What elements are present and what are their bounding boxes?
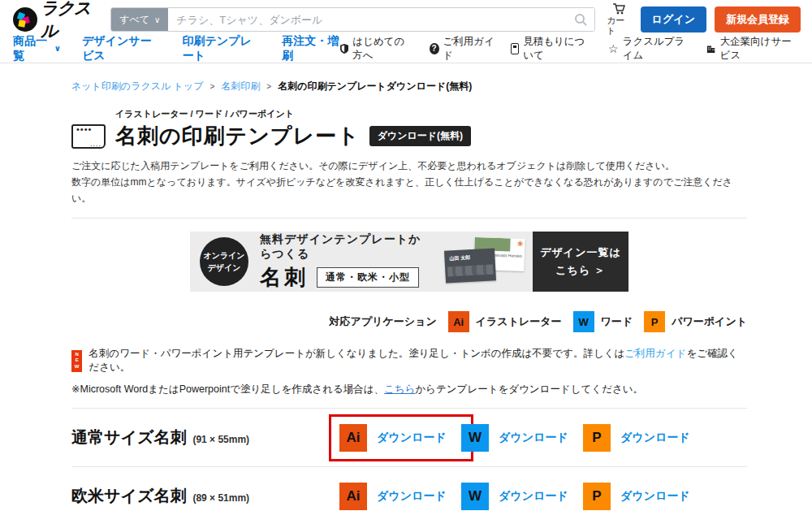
nav-item-enterprise[interactable]: 大企業向けサービス bbox=[706, 35, 799, 63]
nav-item-estimate[interactable]: 見積もりについて bbox=[511, 35, 594, 63]
word-icon: W bbox=[461, 424, 489, 452]
question-icon: ? bbox=[430, 43, 439, 54]
business-card-icon bbox=[71, 124, 106, 149]
nav-item-reorder[interactable]: 再注文・増刷 bbox=[282, 34, 340, 63]
sample-card-dark: 山田 太郎 bbox=[444, 249, 496, 284]
download-ppt-normal[interactable]: P ダウンロード bbox=[583, 424, 705, 452]
search-icon bbox=[574, 13, 587, 26]
search-category-dropdown[interactable]: すべて ∨ bbox=[111, 8, 168, 31]
breadcrumb: ネット印刷のラクスル トップ > 名刺印刷 > 名刺の印刷テンプレートダウンロー… bbox=[71, 80, 747, 93]
nav-left: 商品一覧 ∨ デザインサービス 印刷テンプレート 再注文・増刷 bbox=[13, 34, 340, 63]
search-input[interactable] bbox=[168, 8, 567, 31]
new-badge: N E W bbox=[71, 350, 82, 372]
nav-item-beginners[interactable]: はじめての方へ bbox=[340, 35, 415, 63]
download-word-normal[interactable]: W ダウンロード bbox=[461, 424, 583, 452]
nav-item-prime[interactable]: ☆ ラクスルプライム bbox=[608, 35, 692, 63]
nav-item-design-service[interactable]: デザインサービス bbox=[82, 34, 161, 63]
download-free-badge: ダウンロード(無料) bbox=[369, 126, 471, 146]
row-size: (91 × 55mm) bbox=[192, 434, 249, 445]
online-design-badge: オンライン デザイン bbox=[200, 237, 248, 286]
cart-button[interactable]: カート bbox=[607, 2, 633, 37]
app-illustrator: Ai イラストレーター bbox=[448, 311, 562, 332]
download-word-western[interactable]: W ダウンロード bbox=[461, 483, 583, 510]
new-notice-text: 名刺のワード・パワーポイント用テンプレートが新しくなりました。塗り足し・トンボの… bbox=[89, 347, 747, 375]
signup-button[interactable]: 新規会員登録 bbox=[715, 6, 801, 32]
powerpoint-icon: P bbox=[583, 483, 611, 510]
app-powerpoint: P パワーポイント bbox=[644, 311, 747, 332]
raksul-logo-icon bbox=[13, 7, 37, 32]
row-size: (89 × 51mm) bbox=[192, 492, 249, 504]
description-line: ご注文に応じた入稿用テンプレートをご利用ください。その際にデザイン上、不必要と思… bbox=[71, 158, 747, 175]
shield-icon bbox=[340, 43, 348, 54]
search-button[interactable] bbox=[567, 8, 594, 31]
highlight-annotation-box: Ai ダウンロード bbox=[329, 414, 473, 461]
illustrator-icon: Ai bbox=[448, 311, 469, 332]
nav-item-print-template[interactable]: 印刷テンプレート bbox=[182, 34, 261, 63]
breadcrumb-separator: > bbox=[266, 82, 271, 91]
template-row-western: 欧米サイズ名刺 (89 × 51mm) Ai ダウンロード W ダウンロード bbox=[71, 466, 747, 524]
breadcrumb-separator: > bbox=[209, 82, 214, 91]
app-word: W ワード bbox=[573, 311, 633, 332]
design-template-banner[interactable]: オンライン デザイン 無料デザインテンプレートからつくる 名刺 通常・欧米・小型… bbox=[190, 232, 628, 292]
design-list-cta-button[interactable]: デザイン一覧は こちら ＞ bbox=[533, 232, 628, 292]
template-row-normal: 通常サイズ名刺 (91 × 55mm) Ai ダウンロード W ダウンロード bbox=[71, 408, 747, 466]
guide-link[interactable]: ご利用ガイド bbox=[624, 348, 686, 359]
banner-heading: 無料デザインテンプレートからつくる bbox=[260, 232, 432, 262]
cart-icon bbox=[612, 2, 626, 15]
supported-apps-label: 対応アプリケーション bbox=[330, 314, 437, 329]
template-rows: 通常サイズ名刺 (91 × 55mm) Ai ダウンロード W ダウンロード bbox=[71, 408, 747, 524]
chevron-down-icon: ∨ bbox=[54, 44, 61, 53]
word-icon: W bbox=[461, 483, 489, 510]
banner-product: 名刺 bbox=[260, 263, 309, 292]
star-icon: ☆ bbox=[608, 42, 619, 55]
kochira-link[interactable]: こちら bbox=[384, 383, 415, 395]
nav-item-products[interactable]: 商品一覧 ∨ bbox=[13, 34, 61, 63]
building-icon bbox=[706, 43, 715, 54]
nav-item-guide[interactable]: ? ご利用ガイド bbox=[430, 35, 496, 63]
breadcrumb-home[interactable]: ネット印刷のラクスル トップ bbox=[71, 80, 203, 93]
breadcrumb-meishi[interactable]: 名刺印刷 bbox=[221, 80, 260, 93]
divider bbox=[71, 218, 747, 219]
supported-apps: 対応アプリケーション Ai イラストレーター W ワード P パワーポイント bbox=[71, 311, 747, 332]
download-ai-normal[interactable]: Ai ダウンロード bbox=[339, 424, 461, 452]
word-notice: ※Microsoft WordまたはPowerpointで塗り足しを作成される場… bbox=[71, 383, 747, 396]
chevron-down-icon: ∨ bbox=[154, 15, 160, 24]
powerpoint-icon: P bbox=[644, 311, 665, 332]
illustrator-icon: Ai bbox=[339, 424, 367, 452]
nav-right: はじめての方へ ? ご利用ガイド 見積もりについて ☆ ラクスルプライム 大企業… bbox=[340, 35, 799, 63]
search-bar: すべて ∨ bbox=[110, 7, 595, 32]
row-name: 欧米サイズ名刺 bbox=[71, 485, 186, 507]
main-nav: 商品一覧 ∨ デザインサービス 印刷テンプレート 再注文・増刷 はじめての方へ … bbox=[0, 39, 812, 63]
search-category-label: すべて bbox=[119, 13, 149, 27]
title-block: イラストレーター / ワード / パワーポイント 名刺の印刷テンプレート ダウン… bbox=[71, 108, 747, 150]
main-content: ネット印刷のラクスル トップ > 名刺印刷 > 名刺の印刷テンプレートダウンロー… bbox=[71, 80, 747, 524]
calculator-icon bbox=[511, 43, 520, 54]
page-title: 名刺の印刷テンプレート bbox=[115, 122, 360, 150]
row-name: 通常サイズ名刺 bbox=[71, 427, 186, 448]
banner-sizes-box: 通常・欧米・小型 bbox=[317, 267, 419, 288]
word-icon: W bbox=[573, 311, 594, 332]
title-subtitle: イラストレーター / ワード / パワーポイント bbox=[115, 108, 471, 120]
illustrator-icon: Ai bbox=[339, 483, 367, 510]
description-line: 数字の単位はmmとなっております。サイズや折ピッチなどを改変されますと、正しく仕… bbox=[71, 175, 747, 207]
download-ai-western[interactable]: Ai ダウンロード bbox=[339, 483, 461, 510]
flower-decoration: ❀ bbox=[517, 240, 524, 248]
cart-label: カート bbox=[607, 15, 633, 37]
new-notice: N E W 名刺のワード・パワーポイント用テンプレートが新しくなりました。塗り足… bbox=[71, 347, 747, 375]
page-description: ご注文に応じた入稿用テンプレートをご利用ください。その際にデザイン上、不必要と思… bbox=[71, 158, 747, 206]
breadcrumb-current: 名刺の印刷テンプレートダウンロード(無料) bbox=[278, 80, 472, 93]
login-button[interactable]: ログイン bbox=[641, 6, 706, 32]
sample-card-images: ❀ Yamada Hanako 山田 太郎 bbox=[443, 232, 533, 292]
download-ppt-western[interactable]: P ダウンロード bbox=[583, 483, 705, 510]
powerpoint-icon: P bbox=[583, 424, 611, 452]
